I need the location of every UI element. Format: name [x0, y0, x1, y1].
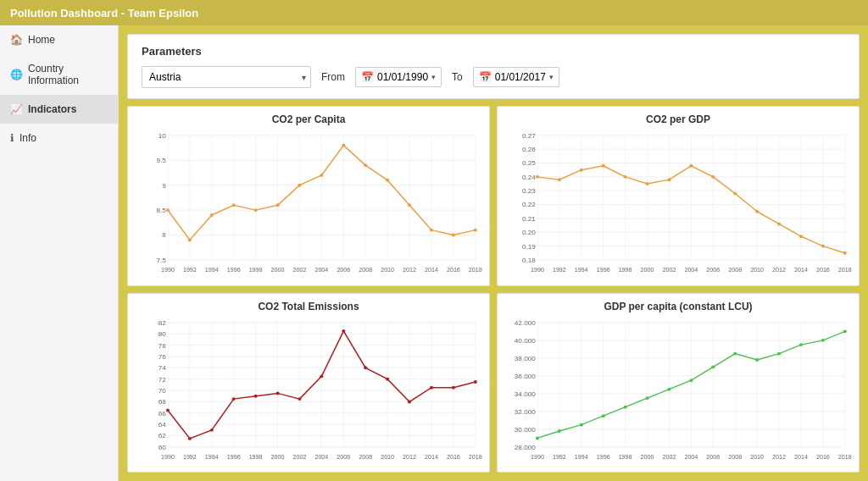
- svg-text:2018: 2018: [838, 453, 852, 459]
- svg-text:2002: 2002: [662, 267, 676, 273]
- svg-point-53: [408, 203, 411, 207]
- svg-text:2018: 2018: [838, 267, 852, 273]
- sidebar-item-indicators[interactable]: 📈Indicators: [0, 95, 118, 124]
- sidebar-label-indicators: Indicators: [28, 103, 76, 115]
- country-select-wrapper[interactable]: Austria: [142, 66, 311, 88]
- svg-text:1998: 1998: [619, 453, 632, 459]
- svg-point-179: [232, 397, 236, 401]
- svg-text:2018: 2018: [469, 453, 482, 459]
- sidebar-label-country-information: Country Information: [28, 63, 108, 86]
- svg-point-120: [821, 245, 825, 248]
- svg-text:2012: 2012: [772, 453, 786, 459]
- svg-text:1998: 1998: [249, 453, 263, 459]
- from-label: From: [321, 71, 345, 83]
- svg-text:0.26: 0.26: [522, 146, 536, 153]
- svg-text:64: 64: [159, 421, 167, 428]
- to-date-picker[interactable]: 📅 01/01/2017: [473, 67, 559, 87]
- chart-panel-gdp-per-capita: GDP per capita (constant LCU)42.00040.00…: [497, 293, 860, 473]
- svg-point-186: [386, 377, 389, 380]
- svg-text:1994: 1994: [575, 453, 588, 459]
- svg-text:2004: 2004: [314, 453, 328, 459]
- chart-area-co2-per-gdp: 0.270.260.250.240.230.220.210.200.190.18…: [504, 129, 852, 279]
- svg-point-188: [430, 385, 433, 389]
- svg-point-245: [711, 365, 715, 368]
- svg-point-110: [602, 164, 605, 168]
- svg-point-54: [430, 229, 433, 232]
- svg-text:2016: 2016: [447, 267, 460, 273]
- svg-text:1992: 1992: [553, 453, 566, 459]
- svg-point-241: [624, 405, 627, 408]
- svg-text:2010: 2010: [750, 267, 764, 273]
- svg-point-176: [166, 408, 170, 412]
- svg-text:1998: 1998: [249, 267, 263, 273]
- svg-text:2002: 2002: [662, 453, 676, 459]
- svg-text:2000: 2000: [641, 453, 654, 459]
- svg-text:2010: 2010: [750, 453, 764, 459]
- svg-text:2014: 2014: [425, 453, 438, 459]
- svg-text:2004: 2004: [684, 453, 698, 459]
- svg-text:2010: 2010: [381, 267, 394, 273]
- chart-title-gdp-per-capita: GDP per capita (constant LCU): [504, 301, 852, 312]
- svg-text:8: 8: [162, 232, 166, 240]
- svg-text:30.000: 30.000: [515, 426, 537, 434]
- svg-text:1990: 1990: [161, 267, 175, 273]
- svg-point-190: [474, 380, 477, 384]
- svg-point-250: [821, 338, 825, 341]
- svg-text:40.000: 40.000: [515, 336, 537, 344]
- svg-text:2002: 2002: [292, 267, 306, 273]
- svg-text:2008: 2008: [359, 453, 372, 459]
- svg-text:1996: 1996: [597, 453, 610, 459]
- svg-point-43: [188, 238, 192, 241]
- svg-text:2006: 2006: [337, 267, 350, 273]
- chart-panel-co2-per-capita: CO2 per Capita109.598.587.51990199219941…: [127, 106, 490, 286]
- from-date-value: 01/01/1990: [377, 71, 428, 83]
- svg-point-52: [386, 179, 389, 182]
- svg-point-118: [777, 222, 781, 225]
- svg-text:74: 74: [159, 364, 167, 372]
- svg-text:2006: 2006: [706, 453, 720, 459]
- sidebar: 🏠Home🌐Country Information📈IndicatorsℹInf…: [0, 25, 119, 481]
- sidebar-item-home[interactable]: 🏠Home: [0, 25, 118, 54]
- sidebar-item-country-information[interactable]: 🌐Country Information: [0, 54, 118, 95]
- chart-panel-co2-per-gdp: CO2 per GDP0.270.260.250.240.230.220.210…: [497, 106, 860, 286]
- svg-point-108: [558, 178, 561, 181]
- svg-point-51: [364, 163, 367, 167]
- sidebar-item-info[interactable]: ℹInfo: [0, 124, 118, 152]
- svg-point-112: [645, 182, 648, 185]
- svg-text:0.20: 0.20: [522, 229, 536, 236]
- from-date-picker[interactable]: 📅 01/01/1990: [355, 67, 442, 87]
- svg-text:2006: 2006: [337, 453, 350, 459]
- svg-text:2014: 2014: [794, 453, 808, 459]
- svg-point-45: [232, 203, 236, 207]
- svg-text:2004: 2004: [314, 267, 328, 273]
- svg-point-189: [452, 385, 455, 389]
- svg-text:2012: 2012: [403, 453, 416, 459]
- svg-text:2018: 2018: [469, 267, 482, 273]
- svg-point-107: [536, 175, 539, 179]
- svg-point-119: [799, 235, 803, 238]
- svg-text:10: 10: [159, 132, 167, 140]
- svg-text:0.22: 0.22: [522, 202, 536, 209]
- svg-text:2008: 2008: [728, 267, 742, 273]
- svg-point-42: [166, 208, 170, 212]
- home-icon: 🏠: [10, 34, 23, 46]
- svg-point-248: [777, 351, 781, 355]
- svg-point-247: [755, 358, 759, 362]
- svg-point-47: [275, 203, 279, 207]
- indicators-icon: 📈: [10, 103, 23, 115]
- info-icon: ℹ: [10, 132, 14, 144]
- country-select[interactable]: Austria: [142, 66, 311, 88]
- svg-point-46: [254, 208, 258, 212]
- svg-point-244: [689, 379, 693, 382]
- svg-text:2008: 2008: [728, 453, 742, 459]
- svg-point-50: [342, 144, 345, 147]
- svg-text:9.5: 9.5: [156, 157, 166, 164]
- svg-text:70: 70: [159, 387, 167, 395]
- svg-text:1994: 1994: [205, 453, 219, 459]
- svg-text:72: 72: [159, 375, 167, 383]
- svg-text:1996: 1996: [227, 267, 241, 273]
- svg-text:32.000: 32.000: [515, 408, 537, 416]
- svg-text:2010: 2010: [381, 453, 394, 459]
- svg-point-187: [408, 400, 411, 403]
- svg-text:1992: 1992: [553, 267, 566, 273]
